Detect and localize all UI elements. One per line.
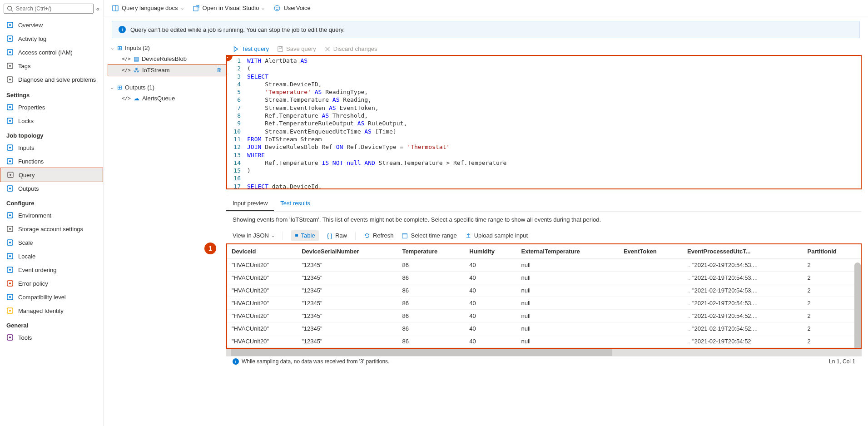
sidebar-item-label: Scale — [18, 239, 33, 246]
table-cell: null — [517, 322, 619, 335]
code-editor[interactable]: 2 1234567891011121314151617 WITH AlertDa… — [226, 55, 862, 189]
add-input-icon[interactable]: ⊞ — [117, 45, 122, 51]
identity-icon — [6, 307, 14, 314]
column-header[interactable]: EventToken — [619, 244, 683, 259]
table-cell: 40 — [465, 335, 516, 348]
table-row[interactable]: "HVACUnit20""12345"8640null.. "2021-02-1… — [227, 297, 861, 310]
env-icon — [6, 212, 14, 219]
table-row[interactable]: "HVACUnit20""12345"8640null.. "2021-02-1… — [227, 310, 861, 322]
search-icon — [7, 5, 13, 12]
inputs-group-header[interactable]: ⌵ ⊞ Inputs (2) — [108, 43, 226, 53]
outputs-icon — [6, 185, 14, 192]
svg-point-23 — [9, 188, 11, 189]
sidebar-item-managed-identity[interactable]: Managed Identity — [0, 304, 103, 317]
sidebar-item-label: Tools — [18, 334, 32, 341]
column-header[interactable]: EventProcessedUtcT... — [683, 244, 803, 259]
column-header[interactable]: DeviceSerialNumber — [297, 244, 397, 259]
tab-input-preview[interactable]: Input preview — [226, 196, 274, 211]
search-input[interactable] — [16, 5, 90, 12]
sidebar-item-environment[interactable]: Environment — [0, 208, 103, 222]
search-box[interactable] — [4, 4, 94, 14]
sidebar-item-storage-account-settings[interactable]: Storage account settings — [0, 222, 103, 236]
discard-changes-button[interactable]: Discard changes — [324, 45, 377, 52]
sidebar-item-query[interactable]: Query — [0, 168, 103, 182]
preview-icon[interactable]: 🗎 — [217, 67, 223, 74]
select-time-range-button[interactable]: Select time range — [402, 232, 456, 239]
horizontal-scrollbar[interactable] — [226, 349, 862, 356]
sidebar-item-functions[interactable]: Functions — [0, 154, 103, 168]
sidebar-item-diagnose-and-solve-problems[interactable]: Diagnose and solve problems — [0, 73, 103, 86]
results-tabs: Input preview Test results — [226, 196, 862, 212]
query-docs-link[interactable]: Query language docs ⌵ — [112, 5, 184, 12]
sidebar-item-inputs[interactable]: Inputs — [0, 141, 103, 154]
sidebar-item-label: Diagnose and solve problems — [18, 76, 96, 83]
open-vs-link[interactable]: Open in Visual Studio ⌵ — [193, 5, 265, 12]
column-header[interactable]: PartitionId — [803, 244, 861, 259]
table-cell: 86 — [397, 272, 465, 284]
uservoice-link[interactable]: UserVoice — [273, 5, 310, 12]
sidebar-item-locale[interactable]: Locale — [0, 249, 103, 263]
tab-test-results[interactable]: Test results — [274, 196, 317, 211]
sidebar-item-tags[interactable]: Tags — [0, 59, 103, 73]
sidebar-item-error-policy[interactable]: Error policy — [0, 277, 103, 290]
output-item-alertsqueue[interactable]: </>☁AlertsQueue — [108, 93, 226, 104]
table-cell: .. "2021-02-19T20:54:52.... — [683, 310, 803, 322]
table-cell: 86 — [397, 335, 465, 348]
column-header[interactable]: Temperature — [397, 244, 465, 259]
results-info-text: Showing events from 'IoTStream'. This li… — [226, 212, 862, 228]
table-cell: 40 — [465, 284, 516, 297]
sidebar-item-label: Storage account settings — [18, 226, 83, 233]
sidebar-item-outputs[interactable]: Outputs — [0, 182, 103, 195]
raw-label: Raw — [335, 232, 347, 239]
table-row[interactable]: "HVACUnit20""12345"8640null.. "2021-02-1… — [227, 259, 861, 272]
properties-icon — [6, 104, 14, 111]
query-docs-label: Query language docs — [122, 5, 178, 11]
uservoice-label: UserVoice — [283, 5, 310, 11]
table-row[interactable]: "HVACUnit20""12345"8640null.. "2021-02-1… — [227, 272, 861, 284]
upload-sample-button[interactable]: Upload sample input — [465, 232, 528, 239]
input-item-devicerulesblob[interactable]: </>▤DeviceRulesBlob — [108, 53, 226, 64]
table-row[interactable]: "HVACUnit20""12345"8640null.. "2021-02-1… — [227, 322, 861, 335]
refresh-button[interactable]: Refresh — [364, 232, 394, 239]
table-cell: "HVACUnit20" — [227, 259, 297, 272]
sidebar-item-label: Properties — [18, 104, 45, 111]
table-cell — [619, 259, 683, 272]
column-header[interactable]: ExternalTemperature — [517, 244, 619, 259]
sidebar-item-properties[interactable]: Properties — [0, 100, 103, 114]
table-view-button[interactable]: ≡ Table — [291, 230, 319, 241]
table-row[interactable]: "HVACUnit20""12345"8640null.. "2021-02-1… — [227, 284, 861, 297]
save-query-button[interactable]: Save query — [277, 45, 316, 52]
sidebar-item-locks[interactable]: Locks — [0, 114, 103, 128]
sidebar-item-activity-log[interactable]: Activity log — [0, 32, 103, 45]
table-cell: "12345" — [297, 335, 397, 348]
io-item-label: DeviceRulesBlob — [142, 55, 187, 62]
svg-point-27 — [9, 228, 11, 230]
sidebar-item-tools[interactable]: Tools — [0, 331, 103, 344]
vertical-scrollbar[interactable] — [854, 263, 861, 349]
sidebar-item-scale[interactable]: Scale — [0, 236, 103, 249]
table-cell: 40 — [465, 310, 516, 322]
input-item-iotstream[interactable]: </>⁂IoTStream🗎 — [108, 64, 227, 76]
view-json-button[interactable]: View in JSON ⌵ — [233, 232, 274, 239]
chevron-down-icon: ⌵ — [111, 45, 114, 50]
table-row[interactable]: "HVACUnit20""12345"8640null.. "2021-02-1… — [227, 335, 861, 348]
table-cell: 86 — [397, 284, 465, 297]
sidebar-item-event-ordering[interactable]: Event ordering — [0, 263, 103, 277]
svg-point-0 — [8, 6, 12, 10]
add-output-icon[interactable]: ⊞ — [117, 84, 122, 91]
top-toolbar: Query language docs ⌵ Open in Visual Stu… — [104, 0, 868, 16]
column-header[interactable]: DeviceId — [227, 244, 297, 259]
sidebar-item-access-control-iam-[interactable]: Access control (IAM) — [0, 45, 103, 59]
table-cell: "HVACUnit20" — [227, 297, 297, 310]
play-icon — [233, 46, 239, 52]
table-cell: "12345" — [297, 272, 397, 284]
collapse-sidebar-button[interactable]: « — [96, 5, 99, 12]
raw-view-button[interactable]: { } Raw — [327, 232, 347, 239]
scale-icon — [6, 239, 14, 246]
column-header[interactable]: Humidity — [465, 244, 516, 259]
test-query-button[interactable]: Test query — [233, 45, 269, 52]
sidebar-item-overview[interactable]: Overview — [0, 18, 103, 32]
outputs-group-header[interactable]: ⌵ ⊞ Outputs (1) — [108, 82, 226, 93]
sidebar-item-compatibility-level[interactable]: Compatibility level — [0, 290, 103, 304]
overview-icon — [6, 21, 14, 29]
